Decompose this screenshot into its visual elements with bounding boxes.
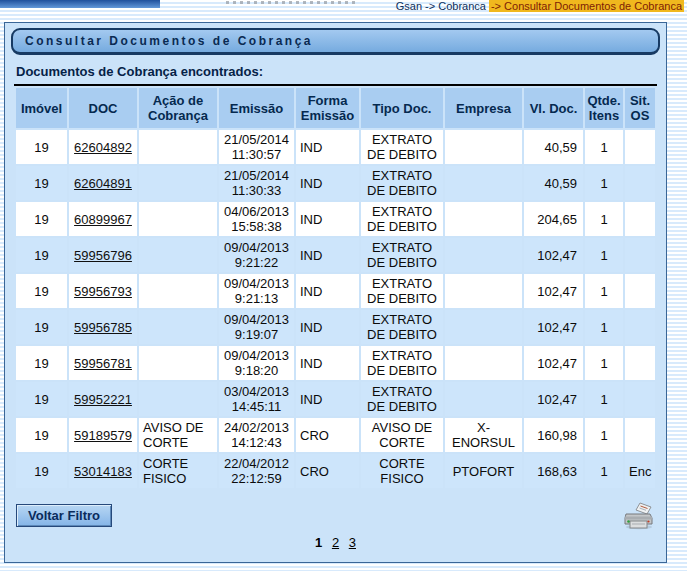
tipo-cell: EXTRATO DE DEBITO bbox=[361, 130, 443, 164]
imovel-cell: 19 bbox=[16, 454, 67, 488]
doc-link[interactable]: 59956796 bbox=[74, 248, 132, 263]
forma-cell: IND bbox=[296, 310, 359, 344]
tipo-cell: EXTRATO DE DEBITO bbox=[361, 274, 443, 308]
emissao-time: 9:21:22 bbox=[223, 255, 290, 270]
doc-link[interactable]: 62604891 bbox=[74, 176, 132, 191]
imovel-cell: 19 bbox=[16, 238, 67, 272]
emissao-date: 21/05/2014 bbox=[223, 168, 290, 183]
column-header: Vl. Doc. bbox=[524, 88, 583, 128]
doc-link[interactable]: 59956781 bbox=[74, 356, 132, 371]
column-header: DOC bbox=[69, 88, 137, 128]
main-panel: Consultar Documentos de Cobrança Documen… bbox=[4, 22, 667, 563]
doc-cell: 59189579 bbox=[69, 418, 137, 452]
doc-link[interactable]: 53014183 bbox=[74, 464, 132, 479]
emissao-date: 09/04/2013 bbox=[223, 348, 290, 363]
doc-cell: 62604892 bbox=[69, 130, 137, 164]
tipo-cell: EXTRATO DE DEBITO bbox=[361, 238, 443, 272]
doc-cell: 62604891 bbox=[69, 166, 137, 200]
doc-cell: 60899967 bbox=[69, 202, 137, 236]
qtde-cell: 1 bbox=[585, 274, 623, 308]
column-header: Sit. OS bbox=[625, 88, 655, 128]
doc-cell: 59956793 bbox=[69, 274, 137, 308]
emissao-cell: 22/04/201222:12:59 bbox=[219, 454, 294, 488]
imovel-cell: 19 bbox=[16, 274, 67, 308]
table-row: 196260489221/05/201411:30:57INDEXTRATO D… bbox=[16, 130, 655, 164]
forma-cell: IND bbox=[296, 202, 359, 236]
tipo-cell: EXTRATO DE DEBITO bbox=[361, 310, 443, 344]
forma-cell: IND bbox=[296, 274, 359, 308]
emissao-time: 9:21:13 bbox=[223, 291, 290, 306]
doc-cell: 59956781 bbox=[69, 346, 137, 380]
sit-cell bbox=[625, 202, 655, 236]
page-title: Consultar Documentos de Cobrança bbox=[25, 34, 313, 48]
page-link[interactable]: 3 bbox=[349, 535, 356, 550]
imovel-cell: 19 bbox=[16, 418, 67, 452]
sit-cell: Enc bbox=[625, 454, 655, 488]
acao-cell: AVISO DE CORTE bbox=[139, 418, 217, 452]
imovel-cell: 19 bbox=[16, 166, 67, 200]
doc-link[interactable]: 59956793 bbox=[74, 284, 132, 299]
valor-cell: 168,63 bbox=[524, 454, 583, 488]
doc-cell: 53014183 bbox=[69, 454, 137, 488]
doc-link[interactable]: 59956785 bbox=[74, 320, 132, 335]
empresa-cell: PTOFORT bbox=[445, 454, 522, 488]
doc-link[interactable]: 62604892 bbox=[74, 140, 132, 155]
doc-link[interactable]: 59189579 bbox=[74, 428, 132, 443]
column-header: Qtde. Itens bbox=[585, 88, 623, 128]
valor-cell: 102,47 bbox=[524, 274, 583, 308]
emissao-time: 22:12:59 bbox=[223, 471, 290, 486]
column-header: Forma Emissão bbox=[296, 88, 359, 128]
forma-cell: IND bbox=[296, 346, 359, 380]
doc-link[interactable]: 59952221 bbox=[74, 392, 132, 407]
table-row: 195995222103/04/201314:45:11INDEXTRATO D… bbox=[16, 382, 655, 416]
emissao-date: 09/04/2013 bbox=[223, 240, 290, 255]
table-wrap: ImóvelDOCAção de CobrançaEmissãoForma Em… bbox=[14, 84, 657, 490]
column-header: Empresa bbox=[445, 88, 522, 128]
tipo-cell: EXTRATO DE DEBITO bbox=[361, 166, 443, 200]
table-row: 195995679609/04/20139:21:22INDEXTRATO DE… bbox=[16, 238, 655, 272]
emissao-cell: 09/04/20139:18:20 bbox=[219, 346, 294, 380]
qtde-cell: 1 bbox=[585, 166, 623, 200]
acao-cell bbox=[139, 310, 217, 344]
page-link[interactable]: 2 bbox=[332, 535, 339, 550]
tipo-cell: EXTRATO DE DEBITO bbox=[361, 202, 443, 236]
printer-icon[interactable] bbox=[623, 501, 654, 530]
emissao-date: 04/06/2013 bbox=[223, 204, 290, 219]
imovel-cell: 19 bbox=[16, 202, 67, 236]
forma-cell: IND bbox=[296, 166, 359, 200]
breadcrumb: Gsan -> Cobranca-> Consultar Documentos … bbox=[396, 0, 684, 12]
forma-cell: IND bbox=[296, 382, 359, 416]
column-header: Emissão bbox=[219, 88, 294, 128]
qtde-cell: 1 bbox=[585, 310, 623, 344]
breadcrumb-current: -> Consultar Documentos de Cobranca bbox=[489, 0, 684, 12]
sit-cell bbox=[625, 274, 655, 308]
emissao-cell: 24/02/201314:12:43 bbox=[219, 418, 294, 452]
empresa-cell bbox=[445, 346, 522, 380]
emissao-cell: 03/04/201314:45:11 bbox=[219, 382, 294, 416]
qtde-cell: 1 bbox=[585, 418, 623, 452]
empresa-cell bbox=[445, 166, 522, 200]
doc-cell: 59952221 bbox=[69, 382, 137, 416]
page-title-bar: Consultar Documentos de Cobrança bbox=[11, 28, 660, 55]
sit-cell bbox=[625, 166, 655, 200]
sit-cell bbox=[625, 346, 655, 380]
empresa-cell bbox=[445, 310, 522, 344]
emissao-cell: 09/04/20139:21:13 bbox=[219, 274, 294, 308]
doc-link[interactable]: 60899967 bbox=[74, 212, 132, 227]
emissao-date: 24/02/2013 bbox=[223, 420, 290, 435]
valor-cell: 40,59 bbox=[524, 130, 583, 164]
emissao-date: 22/04/2012 bbox=[223, 456, 290, 471]
emissao-date: 09/04/2013 bbox=[223, 312, 290, 327]
acao-cell bbox=[139, 346, 217, 380]
acao-cell bbox=[139, 238, 217, 272]
tipo-cell: EXTRATO DE DEBITO bbox=[361, 382, 443, 416]
empresa-cell bbox=[445, 274, 522, 308]
empresa-cell bbox=[445, 382, 522, 416]
emissao-cell: 04/06/201315:58:38 bbox=[219, 202, 294, 236]
voltar-filtro-button[interactable]: Voltar Filtro bbox=[16, 504, 112, 527]
emissao-time: 9:18:20 bbox=[223, 363, 290, 378]
qtde-cell: 1 bbox=[585, 454, 623, 488]
breadcrumb-trail[interactable]: Gsan -> Cobranca bbox=[396, 0, 486, 12]
qtde-cell: 1 bbox=[585, 238, 623, 272]
acao-cell bbox=[139, 166, 217, 200]
